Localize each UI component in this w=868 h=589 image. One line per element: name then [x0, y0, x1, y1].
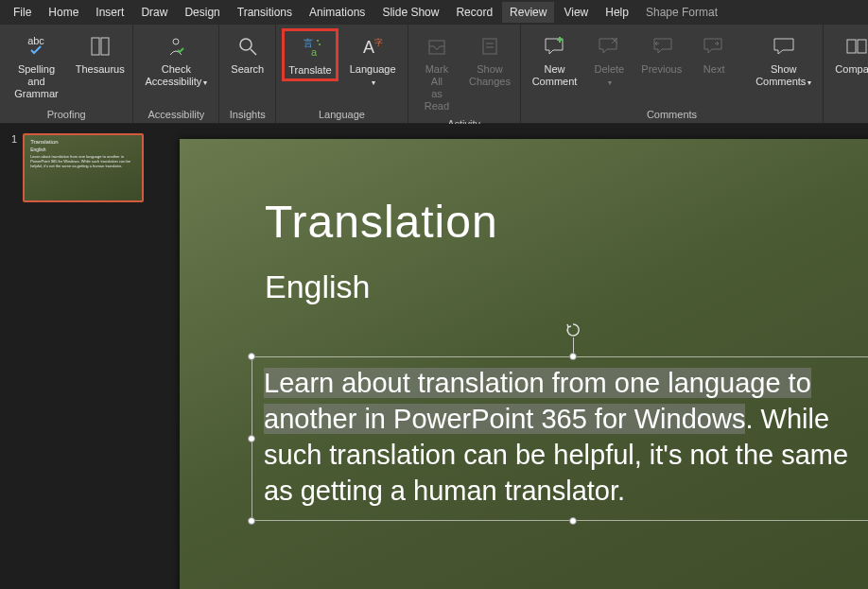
slide-subtitle[interactable]: English: [265, 269, 868, 305]
svg-point-3: [173, 39, 179, 44]
slide[interactable]: Translation English Learn about translat…: [180, 139, 868, 589]
inbox-icon: [424, 33, 450, 60]
ribbon-group-accessibility: Check Accessibility▾ Accessibility: [133, 25, 219, 123]
ribbon-group-language: 言a Translate A字 Language▾ Language: [276, 25, 408, 123]
svg-rect-2: [101, 38, 109, 55]
language-button[interactable]: A字 Language▾: [344, 28, 402, 93]
changes-icon: [477, 33, 503, 60]
comment-right-icon: [701, 33, 727, 60]
menu-shape-format[interactable]: Shape Format: [638, 2, 725, 23]
ribbon-group-proofing: abc Spelling and Grammar Thesaurus Proof…: [0, 25, 133, 123]
svg-text:字: 字: [374, 38, 383, 47]
chevron-down-icon: ▾: [372, 78, 375, 87]
thumbnail-number: 1: [11, 133, 17, 202]
rotate-handle-icon[interactable]: [565, 322, 581, 338]
comment-icon: [771, 33, 797, 60]
svg-line-5: [251, 49, 256, 55]
chevron-down-icon: ▾: [203, 78, 207, 87]
compare-button[interactable]: Compare: [829, 28, 868, 79]
button-label: Show Changes: [469, 63, 511, 88]
svg-rect-21: [858, 40, 866, 53]
group-label: [829, 107, 868, 123]
menu-slide-show[interactable]: Slide Show: [374, 2, 446, 23]
menu-transitions[interactable]: Transitions: [230, 2, 300, 23]
thumbnail-subtitle: English: [30, 147, 136, 152]
svg-point-4: [240, 39, 252, 50]
abc-check-icon: abc: [23, 33, 49, 60]
language-a-icon: A字: [359, 33, 386, 60]
slide-body-text[interactable]: Learn about translation from one languag…: [264, 365, 868, 509]
show-changes-button[interactable]: Show Changes: [465, 28, 513, 92]
thumbnail-1[interactable]: 1 Translation English Learn about transl…: [11, 133, 161, 202]
menu-view[interactable]: View: [556, 2, 596, 23]
ribbon-group-compare: Compare: [824, 25, 868, 123]
check-accessibility-button[interactable]: Check Accessibility▾: [139, 28, 213, 93]
slide-canvas[interactable]: Translation English Learn about translat…: [172, 124, 868, 589]
new-comment-button[interactable]: New Comment: [527, 28, 583, 92]
delete-comment-button[interactable]: Delete▾: [588, 28, 630, 93]
book-icon: [87, 33, 113, 60]
resize-handle[interactable]: [569, 517, 577, 525]
search-button[interactable]: Search: [225, 28, 269, 79]
resize-handle[interactable]: [569, 353, 577, 360]
person-check-icon: [163, 33, 189, 60]
svg-rect-1: [92, 38, 99, 55]
compare-icon: [843, 33, 868, 60]
button-label: Check Accessibility▾: [145, 63, 207, 89]
menubar: File Home Insert Draw Design Transitions…: [0, 0, 868, 25]
button-label: Compare: [835, 63, 868, 76]
text-box-frame[interactable]: Learn about translation from one languag…: [252, 356, 868, 521]
menu-draw[interactable]: Draw: [133, 2, 175, 23]
button-label: Spelling and Grammar: [11, 63, 61, 100]
thumbnail-preview[interactable]: Translation English Learn about translat…: [23, 133, 144, 202]
group-label: Language: [282, 107, 401, 123]
selected-text-box[interactable]: Learn about translation from one languag…: [252, 356, 868, 521]
chevron-down-icon: ▾: [608, 78, 612, 87]
menu-design[interactable]: Design: [177, 2, 227, 23]
comment-plus-icon: [542, 33, 568, 60]
button-label: New Comment: [532, 63, 578, 88]
ribbon: abc Spelling and Grammar Thesaurus Proof…: [0, 25, 868, 124]
svg-point-8: [317, 40, 319, 42]
button-label: Delete▾: [594, 63, 624, 89]
resize-handle[interactable]: [248, 353, 255, 360]
chevron-down-icon: ▾: [807, 78, 811, 87]
mark-all-read-button[interactable]: Mark All as Read: [414, 28, 460, 116]
thesaurus-button[interactable]: Thesaurus: [73, 28, 127, 79]
resize-handle[interactable]: [248, 517, 255, 525]
spelling-grammar-button[interactable]: abc Spelling and Grammar: [6, 28, 67, 104]
next-comment-button[interactable]: Next: [693, 28, 735, 79]
menu-record[interactable]: Record: [448, 2, 500, 23]
workspace: 1 Translation English Learn about transl…: [0, 124, 868, 589]
menu-animations[interactable]: Animations: [302, 2, 373, 23]
slide-thumbnail-panel[interactable]: 1 Translation English Learn about transl…: [0, 124, 172, 589]
button-label: Show Comments▾: [755, 63, 811, 89]
button-label: Search: [231, 63, 264, 76]
menu-file[interactable]: File: [6, 2, 39, 23]
button-label: Next: [703, 63, 725, 76]
thumbnail-title: Translation: [30, 139, 136, 145]
show-comments-button[interactable]: Show Comments▾: [750, 28, 817, 93]
resize-handle[interactable]: [248, 435, 255, 442]
svg-point-9: [319, 43, 321, 45]
menu-help[interactable]: Help: [598, 2, 636, 23]
button-label: Thesaurus: [76, 63, 125, 76]
button-label: Mark All as Read: [420, 63, 455, 113]
ribbon-group-comments: New Comment Delete▾ Previous Next: [521, 25, 825, 123]
svg-text:a: a: [311, 46, 318, 58]
svg-text:abc: abc: [28, 35, 45, 46]
slide-title[interactable]: Translation: [265, 196, 868, 248]
menu-home[interactable]: Home: [41, 2, 86, 23]
group-label: Insights: [225, 107, 269, 123]
menu-insert[interactable]: Insert: [88, 2, 131, 23]
magnifier-icon: [234, 33, 261, 60]
translate-button[interactable]: 言a Translate: [282, 28, 338, 81]
previous-comment-button[interactable]: Previous: [635, 28, 687, 79]
menu-review[interactable]: Review: [502, 2, 554, 23]
selected-text[interactable]: Learn about translation from one languag…: [264, 368, 811, 434]
button-label: Translate: [288, 64, 331, 77]
group-label: Proofing: [6, 107, 127, 123]
svg-text:A: A: [363, 38, 374, 57]
ribbon-group-insights: Search Insights: [219, 25, 276, 123]
svg-rect-13: [483, 39, 496, 54]
